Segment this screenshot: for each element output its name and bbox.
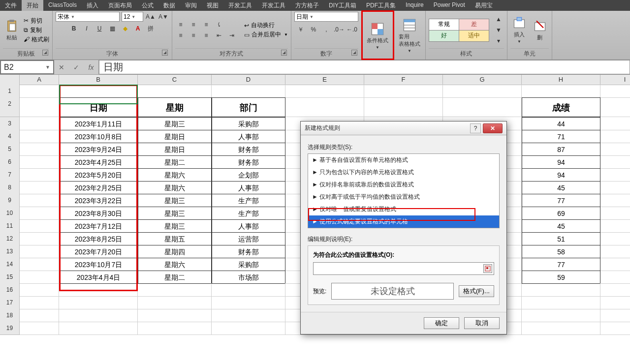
delete-cells-button[interactable]: 删 [531,18,549,42]
cell[interactable] [600,219,630,233]
cell[interactable] [20,130,59,143]
cell[interactable]: 58 [522,245,600,258]
cell[interactable] [20,194,59,207]
cell[interactable] [443,85,522,98]
cell[interactable]: 2023年4月25日 [59,155,138,169]
cell[interactable] [600,322,630,335]
menu-tab[interactable]: 公式 [137,0,158,11]
cell[interactable] [212,322,285,335]
style-more[interactable]: ▾ [493,36,504,46]
col-header[interactable]: C [138,75,212,85]
merge-center-button[interactable]: ▭合并后居中▼ [244,30,288,39]
menu-tab[interactable]: 开发工具 [257,0,290,11]
cell[interactable] [522,296,600,309]
style-bad[interactable]: 差 [459,19,489,30]
shrink-font-button[interactable]: A▼ [158,12,169,22]
cell[interactable]: 2023年8月25日 [59,232,138,245]
cell[interactable]: 2023年8月30日 [59,207,138,220]
rule-type-item[interactable]: ► 使用公式确定要设置格式的单元格 [308,215,499,228]
menu-tab[interactable]: 文件 [0,0,22,11]
row-header[interactable]: 7 [0,168,20,182]
cell[interactable]: 星期三 [138,207,212,220]
cell[interactable]: 45 [522,181,600,194]
col-header[interactable]: I [600,75,630,85]
paste-button[interactable]: 粘贴 [3,18,21,42]
cell[interactable] [522,283,600,297]
cell[interactable]: 人事部 [212,219,285,233]
rule-type-item[interactable]: ► 基于各自值设置所有单元格的格式 [308,154,499,166]
cell[interactable]: 星期四 [138,245,212,258]
row-header[interactable]: 2 [0,97,20,117]
cell[interactable] [600,258,630,271]
border-button[interactable]: ▦ [107,24,118,33]
align-center-button[interactable]: ≡ [188,30,199,40]
font-color-button[interactable]: A [132,24,143,33]
row-header[interactable]: 15 [0,271,20,284]
clipboard-launcher[interactable]: ◢ [42,50,48,56]
align-launcher[interactable]: ◢ [281,50,287,56]
row-header[interactable]: 5 [0,143,20,156]
style-scroll-down[interactable]: ▼ [493,25,504,35]
align-right-button[interactable]: ≡ [201,30,212,40]
row-header[interactable]: 11 [0,219,20,233]
cell[interactable]: 生产部 [212,207,285,220]
menu-tab[interactable]: 视图 [202,0,223,11]
cell[interactable] [600,168,630,182]
cell[interactable] [138,322,212,335]
cell[interactable]: 财务部 [212,155,285,169]
underline-button[interactable]: U [94,24,105,33]
table-format-button[interactable]: 套用 表格格式 ▼ [397,17,422,54]
align-middle-button[interactable]: ≡ [188,20,199,30]
cell[interactable]: 59 [522,271,600,284]
cell[interactable]: 71 [522,130,600,143]
align-left-button[interactable]: ≡ [175,30,186,40]
select-all-corner[interactable] [0,75,20,85]
menu-tab[interactable]: 数据 [158,0,180,11]
menu-tab[interactable]: 开始 [22,0,43,11]
cell[interactable] [522,309,600,322]
currency-button[interactable]: ￥ [295,25,306,34]
format-painter-button[interactable]: 🖌格式刷 [24,35,49,44]
cell[interactable] [20,283,59,297]
cell[interactable] [20,322,59,335]
menu-tab[interactable]: 方方格子 [290,0,324,11]
cell[interactable] [522,322,600,335]
cell[interactable] [59,322,138,335]
cell[interactable] [20,181,59,194]
cell[interactable] [20,117,59,130]
menu-tab[interactable]: 开发工具 [223,0,257,11]
cell[interactable]: 财务部 [212,143,285,156]
fbar-fx[interactable]: fx [84,63,98,71]
cell[interactable] [138,309,212,322]
orientation-button[interactable]: ⤹ [214,20,224,30]
cell[interactable] [20,258,59,271]
bold-button[interactable]: B [68,24,79,33]
row-header[interactable]: 16 [0,283,20,297]
cell[interactable]: 94 [522,155,600,169]
menu-tab[interactable]: 易用宝 [470,0,498,11]
cell[interactable] [212,283,285,297]
cell[interactable] [20,219,59,233]
cell[interactable]: 69 [522,207,600,220]
cell[interactable]: 运营部 [212,232,285,245]
cut-button[interactable]: ✂剪切 [24,17,49,25]
cell[interactable] [600,309,630,322]
cell[interactable]: 2023年10月8日 [59,130,138,143]
menu-tab[interactable]: Inquire [401,0,429,11]
cell[interactable]: 星期日 [138,143,212,156]
cell[interactable] [20,207,59,220]
dialog-help-button[interactable]: ? [470,123,481,133]
col-header[interactable]: H [522,75,600,85]
name-box[interactable]: B2▼ [0,60,54,74]
ok-button[interactable]: 确定 [424,317,459,329]
menu-tab[interactable]: 页面布局 [103,0,137,11]
cell[interactable] [600,271,630,284]
font-launcher[interactable]: ◢ [162,50,168,56]
cell[interactable] [20,85,59,98]
menu-tab[interactable]: PDF工具集 [361,0,401,11]
rule-type-list[interactable]: ► 基于各自值设置所有单元格的格式► 只为包含以下内容的单元格设置格式► 仅对排… [308,153,500,228]
cell[interactable] [20,155,59,169]
dialog-titlebar[interactable]: 新建格式规则 ? ✕ [301,121,506,135]
cell[interactable]: 2023年4月4日 [59,271,138,284]
insert-cells-button[interactable]: 插入▼ [510,15,528,45]
